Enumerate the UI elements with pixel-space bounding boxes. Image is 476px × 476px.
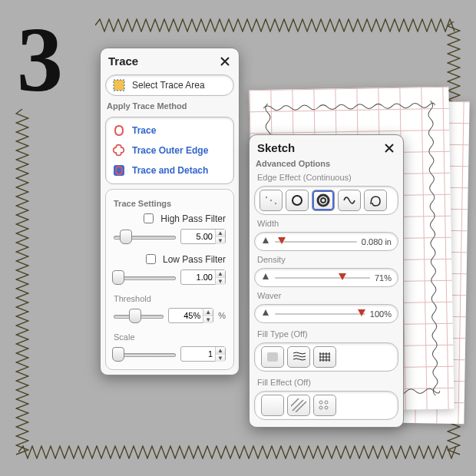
waver-slider[interactable]: 100%: [254, 304, 398, 323]
select-trace-area-button[interactable]: Select Trace Area: [105, 74, 234, 96]
fill-type-picker[interactable]: [254, 342, 398, 372]
marquee-icon: [112, 78, 126, 92]
low-pass-stepper[interactable]: ▲▼: [215, 270, 225, 285]
effect-swatch-hatch[interactable]: [287, 395, 310, 416]
threshold-slider[interactable]: [114, 309, 164, 322]
effect-swatch-dots[interactable]: [313, 395, 336, 416]
width-label: Width: [254, 217, 398, 230]
trace-label: Trace: [132, 125, 156, 136]
svg-point-16: [325, 406, 328, 409]
fill-type-label: Fill Type (Off): [254, 328, 398, 340]
trace-close-button[interactable]: [219, 55, 231, 68]
edge-swatch-loop[interactable]: [364, 190, 387, 211]
pen-icon: [261, 272, 270, 283]
edge-swatch-swirl[interactable]: [338, 190, 361, 211]
svg-point-6: [266, 197, 267, 198]
blob-icon: [112, 124, 126, 137]
low-pass-label: Low Pass Filter: [163, 254, 226, 265]
zig-bottom: [18, 445, 458, 459]
high-pass-checkbox[interactable]: [144, 213, 154, 223]
svg-point-8: [275, 203, 276, 204]
edge-swatch-ring[interactable]: [312, 190, 335, 211]
svg-rect-3: [40, 64, 94, 109]
zig-top: [95, 18, 458, 32]
low-pass-slider[interactable]: [114, 271, 176, 283]
density-value: 71%: [375, 273, 392, 283]
width-slider[interactable]: 0.080 in: [254, 232, 398, 251]
trace-outer-edge-button[interactable]: Trace Outer Edge: [111, 140, 229, 160]
svg-point-15: [319, 406, 322, 409]
svg-point-11: [321, 198, 326, 203]
trace-panel: Trace Select Trace Area Apply Trace Meth…: [100, 48, 240, 375]
svg-point-9: [293, 196, 302, 205]
trace-button[interactable]: Trace: [111, 121, 229, 140]
edge-swatch-circle[interactable]: [286, 190, 309, 211]
effect-swatch-plain[interactable]: [261, 395, 284, 416]
pen-icon: [261, 236, 270, 247]
svg-point-7: [270, 200, 272, 201]
sketch-close-button[interactable]: [383, 142, 395, 154]
detach-icon: [112, 164, 126, 177]
trace-title: Trace: [108, 55, 138, 68]
threshold-stepper[interactable]: ▲▼: [203, 309, 213, 323]
sketch-title: Sketch: [257, 141, 295, 154]
scale-field[interactable]: ▲▼: [180, 346, 226, 362]
zig-left: [15, 109, 29, 456]
trace-detach-button[interactable]: Trace and Detach: [111, 160, 229, 180]
trace-settings-section: Trace Settings High Pass Filter ▲▼ Low P…: [105, 189, 234, 370]
trace-outer-label: Trace Outer Edge: [132, 145, 208, 156]
svg-rect-4: [114, 80, 124, 91]
trace-settings-heading: Trace Settings: [114, 196, 226, 211]
scale-slider[interactable]: [114, 348, 176, 360]
svg-point-14: [325, 401, 328, 404]
high-pass-field[interactable]: ▲▼: [180, 229, 226, 244]
fill-effect-picker[interactable]: [254, 391, 398, 420]
sketch-advanced-heading: Advanced Options: [254, 159, 398, 171]
density-slider[interactable]: 71%: [254, 268, 398, 287]
fill-swatch-grid[interactable]: [313, 346, 336, 368]
high-pass-slider[interactable]: [114, 230, 176, 243]
flower-outline-icon: [112, 144, 126, 157]
select-trace-area-label: Select Trace Area: [132, 80, 205, 91]
threshold-field[interactable]: ▲▼: [168, 308, 213, 323]
high-pass-label: High Pass Filter: [160, 213, 226, 224]
svg-point-10: [318, 195, 329, 206]
svg-point-13: [319, 401, 322, 404]
edge-effect-label: Edge Effect (Continuous): [254, 171, 398, 183]
threshold-unit: %: [218, 311, 226, 320]
threshold-label: Threshold: [114, 293, 226, 305]
scale-label: Scale: [114, 331, 226, 343]
low-pass-field[interactable]: ▲▼: [180, 269, 226, 285]
fill-swatch-none[interactable]: [261, 346, 284, 368]
edge-effect-picker[interactable]: [254, 186, 398, 215]
scale-stepper[interactable]: ▲▼: [215, 347, 225, 362]
pen-icon: [261, 308, 270, 319]
edge-swatch-dotted[interactable]: [259, 190, 283, 211]
waver-label: Waver: [254, 289, 398, 302]
density-label: Density: [254, 253, 398, 266]
fill-effect-label: Fill Effect (Off): [254, 376, 398, 388]
fill-swatch-lines[interactable]: [287, 346, 310, 368]
svg-rect-12: [267, 352, 278, 362]
step-numeral: 3 3: [17, 17, 94, 111]
waver-value: 100%: [370, 309, 392, 319]
high-pass-stepper[interactable]: ▲▼: [215, 230, 225, 244]
low-pass-checkbox[interactable]: [146, 254, 156, 264]
width-value: 0.080 in: [362, 237, 392, 246]
sketch-panel: Sketch Advanced Options Edge Effect (Con…: [249, 134, 404, 428]
apply-method-heading: Apply Trace Method: [105, 98, 234, 114]
trace-detach-label: Trace and Detach: [132, 165, 208, 176]
